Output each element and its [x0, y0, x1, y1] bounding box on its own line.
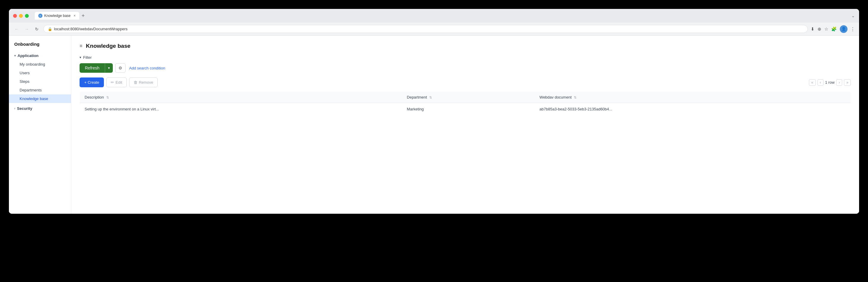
filter-chevron: ▾ — [80, 56, 81, 59]
remove-icon: 🗑 — [133, 80, 137, 85]
col-webdav-label: Webdav document — [539, 95, 571, 99]
create-button[interactable]: + Create — [80, 77, 104, 87]
download-icon[interactable]: ⬇ — [811, 26, 814, 32]
minimize-button[interactable] — [19, 14, 23, 18]
sidebar-item-users[interactable]: Users — [9, 69, 71, 77]
application-chevron: ▾ — [14, 54, 16, 57]
zoom-icon[interactable]: ⊕ — [817, 26, 822, 32]
lock-icon: 🔒 — [48, 27, 52, 31]
bookmark-icon[interactable]: ☆ — [824, 26, 828, 32]
browser-maximize-icon[interactable]: ⌄ — [851, 13, 855, 18]
pagination-prev-button[interactable]: ‹ — [817, 79, 824, 86]
tab-close-icon[interactable]: × — [73, 14, 76, 18]
main-content: ≡ Knowledge base ▾ Filter Refresh ▾ ⚙ — [71, 36, 859, 214]
extensions-icon[interactable]: 🧩 — [831, 26, 837, 32]
filter-header[interactable]: ▾ Filter — [80, 55, 851, 60]
refresh-btn-group: Refresh ▾ — [80, 63, 113, 73]
tab-title: Knowledge base — [44, 14, 71, 18]
browser-titlebar: K Knowledge base × + ⌄ — [9, 9, 859, 23]
col-description-sort[interactable]: ⇅ — [106, 96, 109, 99]
address-bar: ← → ↻ 🔒 localhost:8080/webdavDocumentWra… — [9, 23, 859, 36]
table-row[interactable]: Setting up the environment on a Linux vi… — [80, 103, 851, 116]
forward-button[interactable]: → — [23, 27, 30, 31]
col-department-label: Department — [407, 95, 427, 99]
pagination-last-button[interactable]: » — [844, 79, 851, 86]
security-label: Security — [17, 106, 32, 111]
page-header: ≡ Knowledge base — [80, 43, 851, 49]
filter-label: Filter — [83, 55, 92, 60]
gear-button[interactable]: ⚙ — [115, 63, 126, 73]
action-bar-left: + Create ✏ Edit 🗑 Remove — [80, 77, 158, 87]
col-description-label: Description — [85, 95, 104, 99]
back-button[interactable]: ← — [13, 27, 20, 31]
browser-window: K Knowledge base × + ⌄ ← → ↻ 🔒 localhost… — [9, 9, 859, 214]
filter-controls: Refresh ▾ ⚙ Add search condition — [80, 63, 851, 73]
tab-bar: K Knowledge base × + — [35, 12, 848, 20]
action-bar: + Create ✏ Edit 🗑 Remove « ‹ 1 row › » — [80, 77, 851, 87]
close-button[interactable] — [13, 14, 17, 18]
traffic-lights — [13, 14, 29, 18]
sidebar-title: Onboarding — [9, 41, 71, 51]
filter-section: ▾ Filter Refresh ▾ ⚙ Add search conditio… — [80, 55, 851, 73]
sidebar-item-steps[interactable]: Steps — [9, 77, 71, 86]
add-condition-button[interactable]: Add search condition — [128, 66, 166, 70]
edit-icon: ✏ — [111, 80, 114, 85]
table-body: Setting up the environment on a Linux vi… — [80, 103, 851, 116]
cell-description: Setting up the environment on a Linux vi… — [80, 103, 402, 116]
col-webdav-sort[interactable]: ⇅ — [574, 96, 577, 99]
tab-favicon: K — [38, 14, 42, 18]
col-webdav[interactable]: Webdav document ⇅ — [535, 92, 850, 103]
refresh-button[interactable]: Refresh — [80, 63, 105, 73]
cell-department: Marketing — [402, 103, 535, 116]
edit-button[interactable]: ✏ Edit — [106, 77, 126, 87]
sidebar-item-knowledge-base[interactable]: Knowledge base — [9, 94, 71, 103]
remove-label: Remove — [139, 80, 153, 85]
remove-button[interactable]: 🗑 Remove — [129, 77, 158, 87]
pagination-info: 1 row — [825, 80, 835, 85]
application-section-header[interactable]: ▾ Application — [9, 51, 71, 60]
active-tab[interactable]: K Knowledge base × — [35, 12, 79, 20]
application-section: ▾ Application My onboarding Users Steps … — [9, 51, 71, 103]
data-table: Description ⇅ Department ⇅ Webdav docume… — [80, 91, 851, 116]
reload-button[interactable]: ↻ — [33, 27, 40, 31]
security-chevron: › — [14, 107, 15, 110]
security-section-header[interactable]: › Security — [9, 104, 71, 113]
sidebar: Onboarding ▾ Application My onboarding U… — [9, 36, 71, 214]
sidebar-item-my-onboarding[interactable]: My onboarding — [9, 60, 71, 69]
app-body: Onboarding ▾ Application My onboarding U… — [9, 36, 859, 214]
pagination: « ‹ 1 row › » — [809, 79, 851, 86]
table-header: Description ⇅ Department ⇅ Webdav docume… — [80, 92, 851, 103]
maximize-button[interactable] — [25, 14, 29, 18]
hamburger-icon[interactable]: ≡ — [80, 43, 82, 49]
edit-label: Edit — [116, 80, 122, 85]
security-section: › Security — [9, 104, 71, 113]
dropdown-arrow-icon: ▾ — [108, 66, 110, 70]
page-title: Knowledge base — [86, 43, 130, 49]
application-label: Application — [18, 54, 39, 58]
address-input[interactable]: 🔒 localhost:8080/webdavDocumentWrappers — [43, 25, 808, 33]
col-department-sort[interactable]: ⇅ — [429, 96, 432, 99]
sidebar-item-departments[interactable]: Departments — [9, 86, 71, 94]
new-tab-button[interactable]: + — [82, 13, 85, 19]
col-description[interactable]: Description ⇅ — [80, 92, 402, 103]
toolbar-icons: ⬇ ⊕ ☆ 🧩 👤 ⋮ — [811, 25, 855, 33]
menu-icon[interactable]: ⋮ — [850, 26, 855, 32]
pagination-next-button[interactable]: › — [836, 79, 842, 86]
pagination-first-button[interactable]: « — [809, 79, 816, 86]
cell-webdav: ab7b85a3-bea2-5033-5eb3-2135ad60b4... — [535, 103, 850, 116]
user-avatar[interactable]: 👤 — [840, 25, 847, 33]
address-text: localhost:8080/webdavDocumentWrappers — [54, 27, 128, 31]
col-department[interactable]: Department ⇅ — [402, 92, 535, 103]
refresh-dropdown-button[interactable]: ▾ — [105, 63, 113, 73]
